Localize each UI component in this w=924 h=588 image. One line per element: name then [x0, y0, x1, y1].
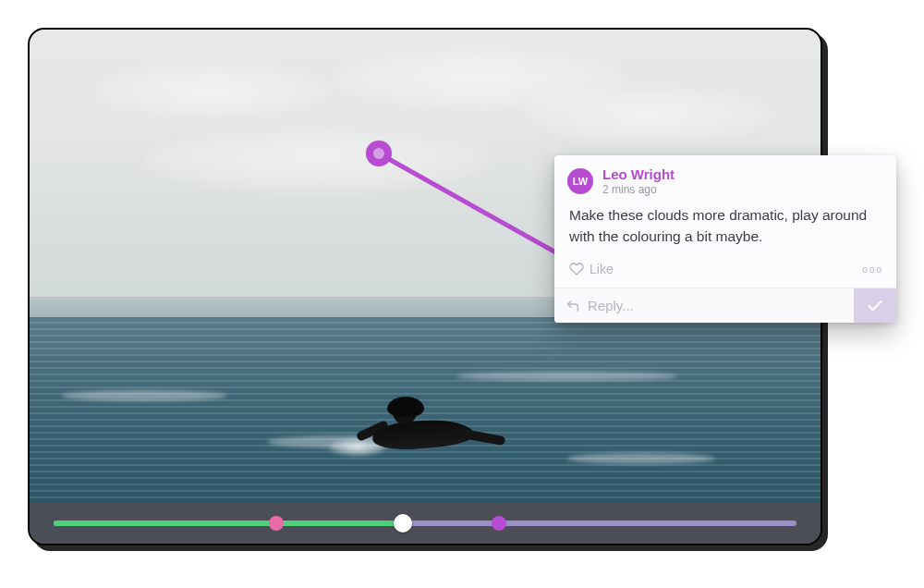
avatar: LW [567, 168, 593, 194]
comment-card: LW Leo Wright 2 mins ago Make these clou… [554, 155, 896, 323]
check-icon [866, 297, 884, 315]
reply-row [554, 288, 896, 323]
more-options-button[interactable]: ooo [862, 264, 883, 275]
comment-body: Make these clouds more dramatic, play ar… [554, 202, 896, 258]
reply-arrow-icon [565, 299, 580, 313]
timeline-playhead[interactable] [394, 514, 412, 533]
video-timeline [30, 503, 821, 544]
annotation-pin[interactable] [366, 141, 392, 166]
heart-icon [569, 262, 584, 276]
comment-timestamp: 2 mins ago [602, 183, 675, 196]
reply-submit-button[interactable] [854, 288, 896, 323]
timeline-track[interactable] [54, 521, 796, 526]
reply-input[interactable] [588, 298, 843, 313]
timeline-progress [54, 521, 403, 526]
comment-header: LW Leo Wright 2 mins ago [554, 155, 896, 202]
like-label: Like [590, 262, 614, 276]
timeline-marker[interactable] [492, 516, 506, 531]
comment-author[interactable]: Leo Wright [602, 166, 675, 183]
surfer-figure [337, 378, 513, 461]
timeline-marker[interactable] [269, 516, 284, 531]
like-button[interactable]: Like [569, 262, 614, 276]
